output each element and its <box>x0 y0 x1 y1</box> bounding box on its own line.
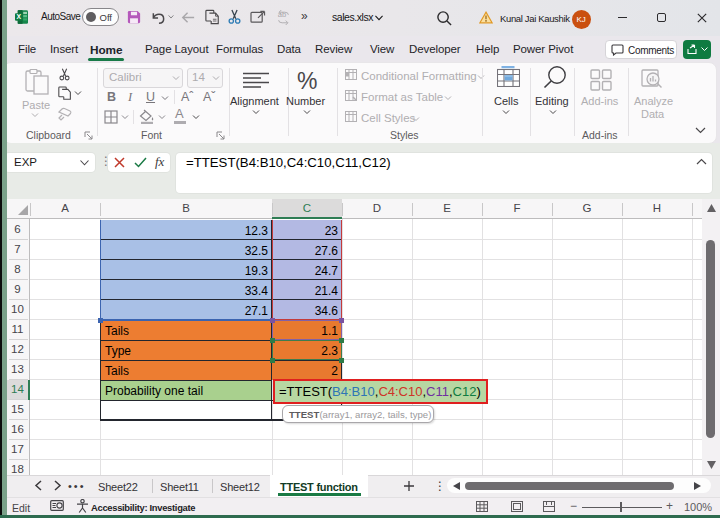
svg-text:X: X <box>16 13 21 20</box>
